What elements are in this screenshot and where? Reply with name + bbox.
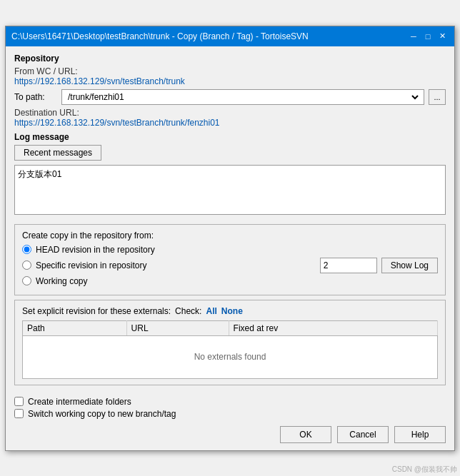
- url-column-header: URL: [126, 320, 229, 335]
- help-button[interactable]: Help: [394, 426, 446, 443]
- browse-button[interactable]: ...: [429, 89, 446, 105]
- window-title: C:\Users\16471\Desktop\testBranch\trunk …: [11, 31, 309, 41]
- destination-label: Destination URL:: [14, 108, 446, 118]
- none-button[interactable]: None: [221, 306, 243, 316]
- no-externals-text: No externals found: [23, 335, 438, 378]
- from-wc-label: From WC / URL:: [14, 66, 446, 76]
- intermediate-folders-label: Create intermediate folders: [28, 397, 131, 407]
- maximize-button[interactable]: □: [421, 30, 434, 43]
- watermark: CSDN @假装我不帅: [392, 465, 457, 475]
- intermediate-folders-checkbox[interactable]: [14, 397, 24, 406]
- title-bar: C:\Users\16471\Desktop\testBranch\trunk …: [6, 26, 454, 46]
- externals-title: Set explicit revision for these external…: [22, 306, 171, 316]
- specific-revision-radio[interactable]: [22, 260, 31, 270]
- ok-button[interactable]: OK: [280, 426, 331, 443]
- path-column-header: Path: [23, 320, 127, 335]
- recent-messages-button[interactable]: Recent messages: [14, 145, 101, 161]
- head-revision-row: HEAD revision in the repository: [22, 245, 438, 255]
- revision-input[interactable]: [320, 258, 377, 273]
- switch-working-copy-checkbox[interactable]: [14, 409, 24, 418]
- externals-header: Set explicit revision for these external…: [22, 306, 438, 316]
- repository-section: Repository From WC / URL: https://192.16…: [14, 54, 446, 128]
- no-externals-row: No externals found: [23, 335, 438, 378]
- working-copy-radio[interactable]: [22, 276, 31, 285]
- specific-revision-label: Specific revision in repository: [36, 260, 316, 270]
- to-path-row: To path: /trunk/fenzhi01 ...: [14, 89, 446, 105]
- check-label: Check:: [175, 306, 201, 316]
- title-bar-buttons: ─ □ ✕: [407, 30, 449, 43]
- close-button[interactable]: ✕: [436, 30, 449, 43]
- content-area: Repository From WC / URL: https://192.16…: [6, 46, 454, 393]
- switch-working-copy-row: Switch working copy to new branch/tag: [14, 409, 446, 419]
- copy-from-title: Create copy in the repository from:: [22, 231, 438, 240]
- head-revision-radio[interactable]: [22, 245, 31, 254]
- log-message-label: Log message: [14, 132, 446, 142]
- working-copy-row: Working copy: [22, 276, 438, 286]
- repository-label: Repository: [14, 54, 446, 64]
- working-copy-label: Working copy: [36, 276, 438, 286]
- cancel-button[interactable]: Cancel: [337, 426, 389, 443]
- log-message-section: Log message Recent messages: [14, 132, 446, 217]
- destination-value: https://192.168.132.129/svn/testBranch/t…: [14, 118, 446, 128]
- intermediate-folders-row: Create intermediate folders: [14, 397, 446, 407]
- externals-section: Set explicit revision for these external…: [14, 300, 446, 385]
- fixed-at-rev-column-header: Fixed at rev: [229, 320, 437, 335]
- switch-working-copy-label: Switch working copy to new branch/tag: [28, 409, 176, 419]
- specific-revision-row: Specific revision in repository Show Log: [22, 258, 438, 273]
- footer-buttons: OK Cancel Help: [6, 422, 454, 450]
- to-path-combo[interactable]: /trunk/fenzhi01: [61, 89, 424, 105]
- from-wc-value: https://192.168.132.129/svn/testBranch/t…: [14, 76, 446, 86]
- show-log-button[interactable]: Show Log: [381, 258, 438, 273]
- minimize-button[interactable]: ─: [407, 30, 420, 43]
- bottom-checkboxes: Create intermediate folders Switch worki…: [6, 393, 454, 422]
- to-path-select[interactable]: /trunk/fenzhi01: [65, 91, 421, 103]
- externals-table: Path URL Fixed at rev No externals found: [22, 320, 438, 379]
- all-button[interactable]: All: [206, 306, 216, 316]
- main-window: C:\Users\16471\Desktop\testBranch\trunk …: [5, 26, 455, 451]
- copy-from-section: Create copy in the repository from: HEAD…: [14, 224, 446, 295]
- to-path-label: To path:: [14, 92, 57, 102]
- log-message-textarea[interactable]: [14, 165, 446, 215]
- head-revision-label: HEAD revision in the repository: [36, 245, 438, 255]
